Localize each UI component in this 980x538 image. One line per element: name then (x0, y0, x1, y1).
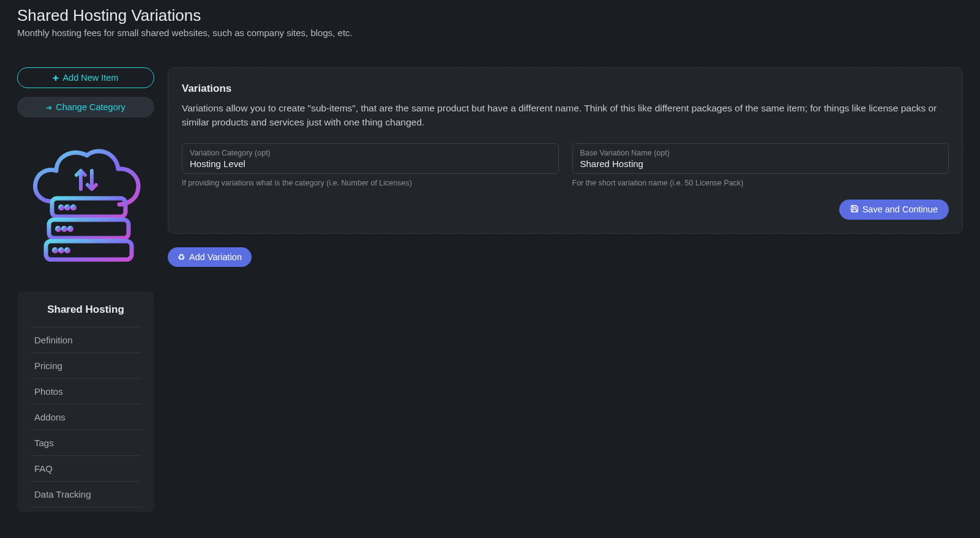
nav-item-addons[interactable]: Addons (31, 405, 141, 430)
add-new-item-button[interactable]: Add New Item (17, 67, 154, 88)
plus-icon (53, 73, 59, 83)
variation-category-hint: If providing variations what is the cate… (182, 179, 559, 187)
svg-point-19 (54, 249, 57, 252)
svg-point-4 (66, 206, 69, 209)
base-variation-hint: For the short variation name (i.e. 50 Li… (572, 179, 949, 187)
svg-point-13 (69, 228, 72, 231)
nav-item-tags[interactable]: Tags (31, 430, 141, 456)
sidebar: Add New Item Change Category (17, 67, 154, 512)
side-nav-list: Definition Pricing Photos Addons Tags FA… (31, 327, 141, 507)
svg-point-3 (60, 206, 63, 209)
save-icon (850, 204, 859, 215)
side-nav-panel: Shared Hosting Definition Pricing Photos… (17, 291, 154, 512)
nav-item-definition[interactable]: Definition (31, 327, 141, 353)
variation-category-input[interactable] (190, 159, 551, 169)
add-new-item-label: Add New Item (62, 73, 118, 83)
main-content: Variations Variations allow you to creat… (168, 67, 963, 512)
arrow-right-icon (46, 102, 52, 112)
svg-point-11 (57, 228, 60, 231)
nav-item-pricing[interactable]: Pricing (31, 353, 141, 379)
nav-item-photos[interactable]: Photos (31, 379, 141, 405)
product-image (17, 136, 154, 273)
variation-category-input-wrap[interactable]: Variation Category (opt) (182, 143, 559, 174)
page-subtitle: Monthly hosting fees for small shared we… (17, 28, 963, 38)
base-variation-input-wrap[interactable]: Base Variation Name (opt) (572, 143, 949, 174)
base-variation-label: Base Variation Name (opt) (580, 149, 941, 157)
base-variation-input[interactable] (580, 159, 941, 169)
change-category-button[interactable]: Change Category (17, 97, 154, 118)
svg-point-5 (72, 206, 75, 209)
svg-point-21 (66, 249, 69, 252)
cloud-server-icon (18, 137, 153, 272)
variation-category-label: Variation Category (opt) (190, 149, 551, 157)
change-category-label: Change Category (56, 102, 125, 112)
add-variation-label: Add Variation (189, 252, 242, 262)
save-continue-button[interactable]: Save and Continue (839, 200, 949, 220)
variations-card: Variations Variations allow you to creat… (168, 67, 963, 234)
variations-card-desc: Variations allow you to create "sub-item… (182, 101, 949, 130)
svg-point-20 (60, 249, 63, 252)
recycle-icon (178, 252, 185, 262)
nav-item-data-tracking[interactable]: Data Tracking (31, 482, 141, 507)
page-title: Shared Hosting Variations (17, 6, 963, 25)
svg-point-12 (63, 228, 66, 231)
save-continue-label: Save and Continue (862, 204, 938, 214)
variations-card-title: Variations (182, 83, 949, 95)
side-panel-title: Shared Hosting (24, 304, 147, 316)
add-variation-button[interactable]: Add Variation (168, 247, 252, 267)
nav-item-faq[interactable]: FAQ (31, 456, 141, 482)
